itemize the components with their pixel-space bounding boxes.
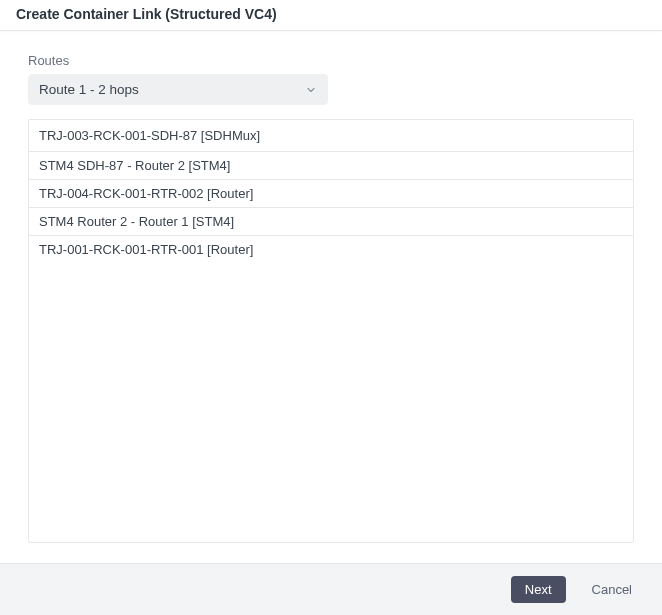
route-row[interactable]: STM4 Router 2 - Router 1 [STM4]: [29, 208, 633, 236]
chevron-down-icon: [305, 84, 317, 96]
route-row-label: TRJ-004-RCK-001-RTR-002 [Router]: [39, 186, 253, 201]
next-button[interactable]: Next: [511, 576, 566, 603]
route-row-label: STM4 Router 2 - Router 1 [STM4]: [39, 214, 234, 229]
dialog-header: Create Container Link (Structured VC4): [0, 0, 662, 31]
route-row[interactable]: STM4 SDH-87 - Router 2 [STM4]: [29, 152, 633, 180]
dialog-title: Create Container Link (Structured VC4): [16, 6, 646, 22]
route-select-value: Route 1 - 2 hops: [39, 82, 139, 97]
routes-label: Routes: [28, 53, 634, 68]
route-select[interactable]: Route 1 - 2 hops: [28, 74, 328, 105]
route-row-label: TRJ-003-RCK-001-SDH-87 [SDHMux]: [39, 128, 260, 143]
route-row[interactable]: TRJ-001-RCK-001-RTR-001 [Router]: [29, 236, 633, 263]
dialog-content: Routes Route 1 - 2 hops TRJ-003-RCK-001-…: [0, 31, 662, 563]
cancel-button[interactable]: Cancel: [578, 576, 646, 603]
route-row[interactable]: TRJ-004-RCK-001-RTR-002 [Router]: [29, 180, 633, 208]
route-row-label: STM4 SDH-87 - Router 2 [STM4]: [39, 158, 230, 173]
route-row[interactable]: TRJ-003-RCK-001-SDH-87 [SDHMux]: [29, 120, 633, 152]
route-row-label: TRJ-001-RCK-001-RTR-001 [Router]: [39, 242, 253, 257]
route-list: TRJ-003-RCK-001-SDH-87 [SDHMux]STM4 SDH-…: [28, 119, 634, 543]
dialog-footer: Next Cancel: [0, 563, 662, 615]
